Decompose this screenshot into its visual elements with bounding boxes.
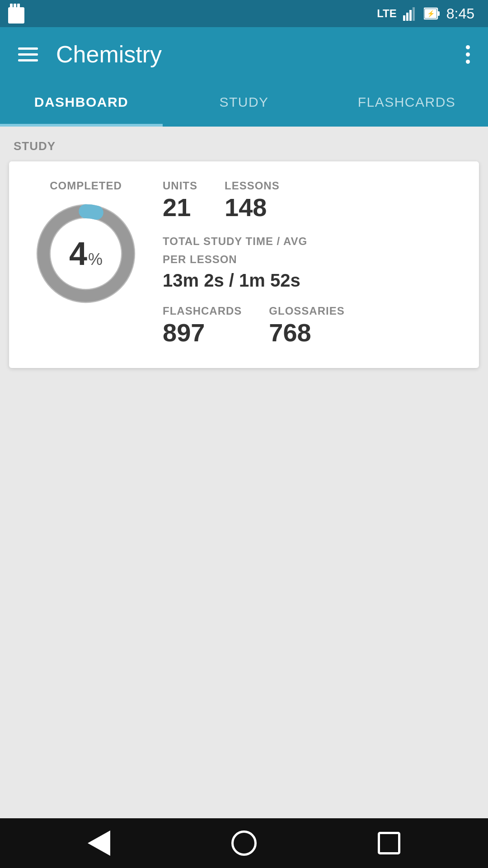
lessons-value: 148 (225, 195, 280, 220)
tab-flashcards[interactable]: FLASHCARDS (325, 81, 488, 127)
donut-percent-value: 4 (69, 235, 87, 272)
stats-row-flashcards-glossaries: FLASHCARDS 897 GLOSSARIES 768 (163, 305, 461, 345)
stat-study-time: TOTAL STUDY TIME / AVG PER LESSON 13m 2s… (163, 234, 461, 291)
donut-center-value: 4% (69, 235, 103, 272)
flashcards-value: 897 (163, 320, 242, 345)
tab-dashboard[interactable]: DASHBOARD (0, 81, 163, 127)
sd-card-icon (8, 4, 24, 25)
svg-rect-7 (413, 7, 415, 21)
svg-rect-1 (10, 4, 13, 11)
tab-study-label: STUDY (219, 94, 268, 110)
home-icon (231, 830, 257, 856)
tab-dashboard-label: DASHBOARD (34, 94, 129, 110)
stats-section: UNITS 21 LESSONS 148 TOTAL STUDY TIME / … (163, 179, 461, 345)
donut-section: COMPLETED 4% (27, 179, 145, 345)
hamburger-button[interactable] (14, 43, 42, 66)
more-options-button[interactable] (461, 41, 474, 68)
flashcards-label: FLASHCARDS (163, 305, 242, 317)
svg-rect-2 (14, 4, 16, 11)
recents-button[interactable] (378, 832, 400, 854)
stat-glossaries: GLOSSARIES 768 (269, 305, 344, 345)
svg-rect-5 (406, 13, 408, 21)
donut-percent-symbol: % (88, 250, 103, 269)
hamburger-line-3 (18, 59, 38, 61)
more-dot-2 (466, 52, 470, 57)
svg-rect-9 (437, 11, 440, 16)
completed-label: COMPLETED (50, 179, 122, 192)
svg-text:⚡: ⚡ (427, 10, 435, 18)
donut-chart: 4% (32, 199, 140, 308)
app-title: Chemistry (56, 41, 461, 68)
status-icons: LTE ⚡ 8:45 (377, 5, 474, 22)
units-label: UNITS (163, 179, 197, 192)
stat-flashcards: FLASHCARDS 897 (163, 305, 242, 345)
back-icon (88, 830, 110, 856)
study-time-label-line2: PER LESSON (163, 252, 461, 267)
section-label: STUDY (0, 127, 488, 161)
more-dot-1 (466, 45, 470, 49)
status-bar: LTE ⚡ 8:45 (0, 0, 488, 27)
app-bar: Chemistry (0, 27, 488, 81)
signal-icon (403, 6, 418, 21)
stat-units: UNITS 21 (163, 179, 197, 220)
svg-rect-3 (17, 4, 20, 11)
study-time-value: 13m 2s / 1m 52s (163, 269, 461, 291)
back-button[interactable] (88, 830, 110, 856)
study-time-label-line1: TOTAL STUDY TIME / AVG (163, 234, 461, 249)
battery-icon: ⚡ (424, 7, 440, 20)
tab-bar: DASHBOARD STUDY FLASHCARDS (0, 81, 488, 127)
lte-indicator: LTE (377, 7, 397, 20)
main-content: STUDY COMPLETED 4% (0, 127, 488, 368)
bottom-nav (0, 818, 488, 868)
status-time: 8:45 (446, 5, 474, 22)
glossaries-label: GLOSSARIES (269, 305, 344, 317)
units-value: 21 (163, 195, 197, 220)
svg-rect-6 (409, 10, 412, 21)
hamburger-line-2 (18, 53, 38, 56)
lessons-label: LESSONS (225, 179, 280, 192)
tab-flashcards-label: FLASHCARDS (358, 94, 456, 110)
more-dot-3 (466, 60, 470, 64)
stats-row-units-lessons: UNITS 21 LESSONS 148 (163, 179, 461, 220)
stat-lessons: LESSONS 148 (225, 179, 280, 220)
tab-study[interactable]: STUDY (163, 81, 325, 127)
glossaries-value: 768 (269, 320, 344, 345)
study-card: COMPLETED 4% (9, 161, 479, 368)
svg-rect-4 (403, 15, 405, 21)
recents-icon (378, 832, 400, 854)
home-button[interactable] (231, 830, 257, 856)
hamburger-line-1 (18, 47, 38, 50)
